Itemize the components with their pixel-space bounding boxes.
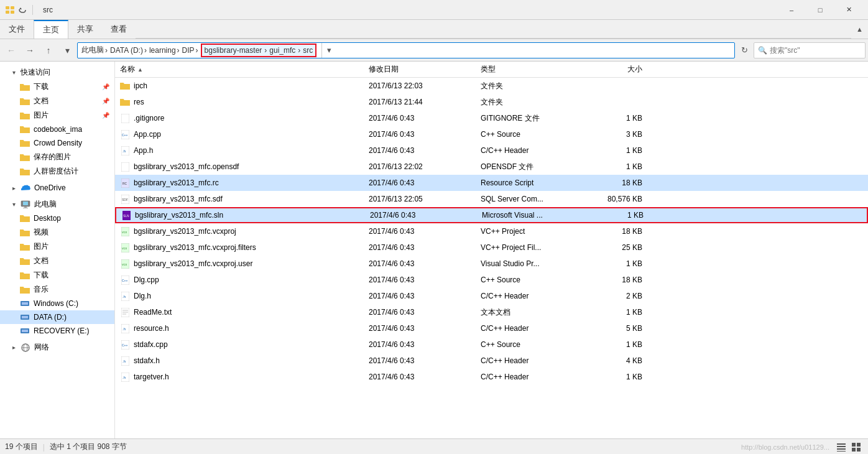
sidebar-item-download2[interactable]: 下载	[0, 268, 114, 282]
address-highlighted-section[interactable]: bgslibrary-master › gui_mfc › src	[201, 44, 317, 57]
tab-share[interactable]: 共享	[68, 20, 102, 39]
tab-view[interactable]: 查看	[102, 20, 136, 39]
sidebar-item-video[interactable]: 视频	[0, 225, 114, 239]
address-bar[interactable]: 此电脑 › DATA (D:) › learning › DIP › bgsli…	[77, 42, 735, 58]
file-name-label: App.cpp	[134, 130, 161, 139]
address-arrow-2: ›	[144, 46, 147, 55]
file-name-label: bgslibrary_vs2013_mfc.sln	[135, 211, 223, 220]
address-gui-label[interactable]: gui_mfc	[269, 46, 295, 55]
file-type-cell: VC++ Project Fil...	[481, 243, 593, 252]
close-button[interactable]: ✕	[834, 0, 863, 20]
address-pc-label[interactable]: 此电脑	[81, 45, 104, 55]
maximize-button[interactable]: □	[806, 0, 834, 20]
view-tiles-button[interactable]	[849, 440, 863, 454]
svg-rect-51	[837, 443, 846, 445]
minimize-button[interactable]: –	[777, 0, 806, 20]
address-dip-label[interactable]: DIP	[182, 46, 195, 55]
table-row[interactable]: .h Dlg.h 2017/4/6 0:43 C/C++ Header 2 KB	[115, 288, 868, 304]
file-icon-file-txt	[120, 307, 130, 317]
file-icon-file-vcx: VCX	[120, 259, 130, 269]
sidebar-quickaccess-header[interactable]: ▾ 快速访问	[0, 65, 114, 80]
sidebar-onedrive[interactable]: ▸ OneDrive	[0, 181, 114, 195]
file-size-cell: 18 KB	[593, 227, 642, 236]
file-list: ipch 2017/6/13 22:03 文件夹 res 2017/6/13 2…	[115, 78, 868, 438]
sidebar-item-crowd[interactable]: Crowd Density	[0, 136, 114, 150]
sidebar-item-datad[interactable]: DATA (D:)	[0, 310, 114, 324]
table-row[interactable]: .h App.h 2017/4/6 0:43 C/C++ Header 1 KB	[115, 142, 868, 159]
table-row[interactable]: .h resource.h 2017/4/6 0:43 C/C++ Header…	[115, 320, 868, 336]
address-data-label[interactable]: DATA (D:)	[110, 46, 143, 55]
sidebar-item-images[interactable]: 图片	[0, 239, 114, 254]
address-src-label[interactable]: src	[303, 46, 313, 55]
address-dropdown-button[interactable]: ▾	[321, 42, 336, 58]
sidebar-item-desktop[interactable]: Desktop	[0, 211, 114, 225]
recent-locations-button[interactable]: ▾	[58, 42, 76, 59]
tab-home[interactable]: 主页	[34, 20, 68, 39]
col-header-size[interactable]: 大小	[593, 64, 642, 75]
ribbon-expand-button[interactable]: ▲	[851, 20, 868, 39]
svg-text:.h: .h	[122, 295, 126, 299]
sidebar-item-music[interactable]: 音乐	[0, 282, 114, 297]
file-date-cell: 2017/4/6 0:43	[369, 340, 481, 349]
table-row[interactable]: C++ stdafx.cpp 2017/4/6 0:43 C++ Source …	[115, 336, 868, 353]
table-row[interactable]: C++ App.cpp 2017/4/6 0:43 C++ Source 3 K…	[115, 126, 868, 142]
file-list-header: 名称 ▲ 修改日期 类型 大小	[115, 62, 868, 78]
svg-text:.h: .h	[122, 327, 126, 331]
address-learning-label[interactable]: learning	[149, 46, 176, 55]
svg-rect-5	[23, 202, 28, 205]
folder-icon-docs	[20, 96, 30, 106]
col-header-name[interactable]: 名称 ▲	[120, 64, 369, 75]
file-name-label: res	[134, 98, 144, 106]
search-input[interactable]	[770, 46, 857, 55]
back-button[interactable]: ←	[2, 42, 20, 59]
sidebar-item-recoverye[interactable]: RECOVERY (E:)	[0, 324, 114, 338]
forward-button[interactable]: →	[21, 42, 39, 59]
table-row[interactable]: .h targetver.h 2017/4/6 0:43 C/C++ Heade…	[115, 369, 868, 385]
table-row[interactable]: res 2017/6/13 21:44 文件夹	[115, 94, 868, 110]
undo-icon[interactable]	[17, 5, 27, 15]
address-bgs-label[interactable]: bgslibrary-master	[205, 46, 262, 55]
table-row[interactable]: .gitignore 2017/4/6 0:43 GITIGNORE 文件 1 …	[115, 110, 868, 126]
sidebar-network[interactable]: ▸ 网络	[0, 340, 114, 354]
col-header-date[interactable]: 修改日期	[369, 64, 481, 75]
folder-icon-images	[20, 242, 30, 252]
drive-icon-datad	[20, 312, 30, 322]
file-name-cell: C++ Dlg.cpp	[120, 275, 369, 285]
sidebar-item-download[interactable]: 下载 📌	[0, 80, 114, 94]
sidebar-item-pics[interactable]: 图片 📌	[0, 108, 114, 123]
quick-access-icon[interactable]	[5, 5, 15, 15]
sidebar-item-codebook[interactable]: codebook_ima	[0, 123, 114, 136]
sidebar-item-docs2[interactable]: 文档	[0, 254, 114, 268]
sidebar-thispc-header[interactable]: ▾ 此电脑	[0, 197, 114, 211]
table-row[interactable]: VCX bgslibrary_vs2013_mfc.vcxproj.user 2…	[115, 256, 868, 272]
table-row[interactable]: .h stdafx.h 2017/4/6 0:43 C/C++ Header 4…	[115, 353, 868, 369]
sidebar-item-docs[interactable]: 文档 📌	[0, 94, 114, 108]
table-row[interactable]: SDF bgslibrary_vs2013_mfc.sdf 2017/6/13 …	[115, 191, 868, 207]
file-icon-file-h: .h	[120, 372, 130, 382]
expand-icon: ▾	[12, 69, 16, 76]
up-button[interactable]: ↑	[40, 42, 57, 59]
sidebar-item-crowd2[interactable]: 人群密度估计	[0, 164, 114, 178]
address-right-controls: ▾	[321, 42, 336, 58]
sidebar-item-savedpics[interactable]: 保存的图片	[0, 150, 114, 164]
file-date-cell: 2017/4/6 0:43	[369, 243, 481, 252]
sidebar-pics-label: 图片	[34, 110, 48, 121]
col-header-type[interactable]: 类型	[481, 64, 593, 75]
table-row[interactable]: C++ Dlg.cpp 2017/4/6 0:43 C++ Source 18 …	[115, 272, 868, 288]
sidebar-download-label: 下载	[34, 81, 48, 92]
table-row[interactable]: ReadMe.txt 2017/4/6 0:43 文本文档 1 KB	[115, 304, 868, 320]
search-box[interactable]: 🔍	[754, 42, 866, 58]
sort-arrow: ▲	[137, 67, 143, 73]
table-row[interactable]: VCX bgslibrary_vs2013_mfc.vcxproj 2017/4…	[115, 223, 868, 239]
sidebar-item-winc[interactable]: Windows (C:)	[0, 297, 114, 310]
tab-file[interactable]: 文件	[0, 20, 34, 39]
table-row[interactable]: bgslibrary_vs2013_mfc.opensdf 2017/6/13 …	[115, 159, 868, 175]
refresh-button[interactable]: ↻	[736, 42, 752, 58]
table-row[interactable]: RC bgslibrary_vs2013_mfc.rc 2017/4/6 0:4…	[115, 175, 868, 191]
view-details-button[interactable]	[834, 440, 848, 454]
table-row[interactable]: VCX bgslibrary_vs2013_mfc.vcxproj.filter…	[115, 239, 868, 256]
table-row[interactable]: ipch 2017/6/13 22:03 文件夹	[115, 78, 868, 94]
table-row[interactable]: SLN bgslibrary_vs2013_mfc.sln 2017/4/6 0…	[115, 207, 868, 223]
status-bar: 19 个项目 | 选中 1 个项目 908 字节 http://blog.csd…	[0, 438, 868, 454]
svg-rect-0	[6, 6, 9, 9]
